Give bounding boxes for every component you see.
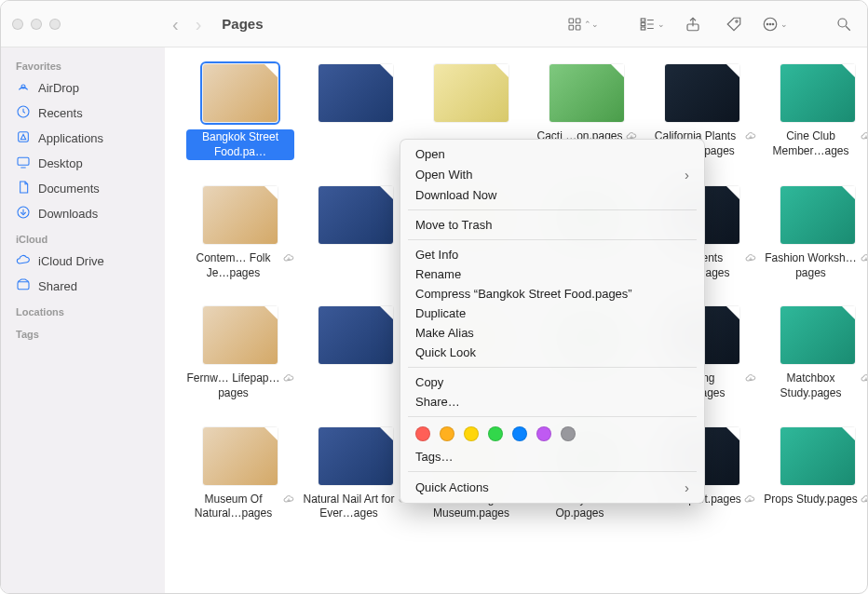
file-thumbnail	[780, 306, 855, 364]
file-thumbnail	[434, 64, 509, 122]
toolbar: ‹ › Pages ⌃⌄ ⌄ ⌄	[1, 1, 867, 47]
menu-item-make-alias[interactable]: Make Alias	[400, 323, 704, 343]
menu-separator	[408, 367, 697, 368]
sidebar-item-applications[interactable]: Applications	[1, 126, 165, 151]
sidebar-item-desktop[interactable]: Desktop	[1, 151, 165, 176]
menu-item-copy[interactable]: Copy	[400, 372, 704, 392]
file-label: Props Study.pages	[764, 493, 867, 507]
menu-item-label: Duplicate	[415, 306, 466, 320]
file-thumbnail	[665, 64, 739, 122]
nav-arrows: ‹ ›	[172, 15, 201, 34]
file-item[interactable]: Fernw… Lifepap…pages	[185, 306, 295, 400]
menu-item-rename[interactable]: Rename	[400, 264, 704, 284]
forward-button[interactable]: ›	[196, 15, 202, 34]
file-thumbnail	[780, 186, 855, 244]
file-item[interactable]: Natural Nail Art for Ever…ages	[301, 427, 411, 521]
file-label: Museum Of Natural…pages	[186, 493, 294, 521]
file-label: Cine Club Member…ages	[764, 129, 867, 158]
menu-item-label: Share…	[415, 395, 460, 409]
search-button[interactable]	[828, 11, 860, 37]
file-thumbnail	[203, 306, 278, 364]
file-thumbnail	[319, 306, 393, 364]
context-menu: OpenOpen WithDownload NowMove to TrashGe…	[400, 139, 705, 504]
menu-item-download-now[interactable]: Download Now	[400, 185, 704, 205]
svg-point-14	[769, 23, 771, 25]
more-button[interactable]: ⌄	[759, 11, 791, 37]
file-item[interactable]	[301, 186, 411, 280]
menu-item-move-to-trash[interactable]: Move to Trash	[400, 215, 704, 235]
menu-item-label: Open With	[415, 168, 472, 182]
sidebar-section-icloud: iCloud	[1, 226, 165, 249]
svg-rect-3	[576, 25, 580, 30]
svg-rect-6	[641, 27, 645, 30]
file-label: Fashion Worksh…pages	[764, 251, 867, 280]
tag-color[interactable]	[512, 426, 527, 441]
menu-item-open[interactable]: Open	[400, 144, 704, 164]
svg-point-16	[838, 19, 847, 27]
tags-button[interactable]	[718, 11, 750, 37]
menu-item-label: Open	[415, 147, 445, 161]
file-item[interactable]: Museum Of Natural…pages	[185, 427, 295, 521]
tag-color[interactable]	[561, 426, 576, 441]
menu-separator	[408, 209, 697, 210]
file-item[interactable]: Props Study.pages	[763, 427, 867, 521]
zoom-window[interactable]	[49, 19, 61, 30]
menu-item-quick-look[interactable]: Quick Look	[400, 343, 704, 362]
minimize-window[interactable]	[31, 19, 42, 30]
share-button[interactable]	[677, 11, 709, 37]
menu-item-open-with[interactable]: Open With	[400, 164, 704, 185]
sidebar-item-downloads[interactable]: Downloads	[1, 201, 165, 226]
file-item[interactable]: Cine Club Member…ages	[763, 64, 867, 160]
group-by-button[interactable]: ⌄	[636, 11, 668, 37]
tag-color[interactable]	[440, 426, 454, 441]
menu-item-label: Quick Actions	[415, 480, 489, 494]
desktop-icon	[16, 155, 31, 172]
menu-item-quick-actions[interactable]: Quick Actions	[400, 477, 704, 498]
file-item[interactable]: Fashion Worksh…pages	[763, 186, 867, 280]
sidebar-item-documents[interactable]: Documents	[1, 176, 165, 201]
documents-icon	[16, 180, 31, 197]
apps-icon	[16, 129, 31, 147]
file-thumbnail	[203, 427, 278, 485]
svg-point-15	[772, 23, 774, 25]
back-button[interactable]: ‹	[172, 15, 179, 34]
tag-color[interactable]	[415, 426, 430, 441]
sidebar-item-label: Desktop	[38, 156, 83, 170]
sidebar-item-icloud-drive[interactable]: iCloud Drive	[1, 249, 165, 274]
menu-item-label: Get Info	[415, 248, 458, 262]
file-grid-area: Bangkok Street Food.pa…Cacti …on.pagesCa…	[165, 47, 867, 593]
file-label: Fernw… Lifepap…pages	[186, 371, 294, 400]
sidebar-item-label: Shared	[38, 279, 77, 293]
menu-separator	[408, 239, 697, 240]
file-thumbnail	[780, 64, 855, 122]
tag-color[interactable]	[536, 426, 551, 441]
tag-color[interactable]	[488, 426, 503, 441]
view-icon-mode[interactable]: ⌃⌄	[567, 11, 599, 37]
file-label: Bangkok Street Food.pa…	[186, 129, 294, 160]
menu-item-duplicate[interactable]: Duplicate	[400, 304, 704, 323]
file-item[interactable]	[301, 306, 411, 400]
menu-item-share[interactable]: Share…	[400, 392, 704, 412]
file-thumbnail	[319, 64, 393, 122]
downloads-icon	[16, 205, 31, 223]
svg-rect-4	[641, 19, 645, 21]
file-item[interactable]: Matchbox Study.pages	[763, 306, 867, 400]
file-thumbnail	[319, 186, 393, 244]
close-window[interactable]	[12, 19, 23, 30]
file-thumbnail	[780, 427, 855, 485]
file-item[interactable]	[301, 64, 411, 160]
sidebar-item-label: Applications	[38, 131, 103, 145]
sidebar-item-airdrop[interactable]: AirDrop	[1, 75, 165, 101]
sidebar-item-shared[interactable]: Shared	[1, 274, 165, 299]
file-item[interactable]: Bangkok Street Food.pa…	[185, 64, 295, 160]
cloud-icon	[16, 252, 31, 270]
tag-color-row	[400, 422, 704, 447]
sidebar-item-recents[interactable]: Recents	[1, 101, 165, 126]
file-thumbnail	[203, 186, 278, 244]
menu-item-compress-bangkok-street-food-pages[interactable]: Compress “Bangkok Street Food.pages”	[400, 284, 704, 304]
menu-item-get-info[interactable]: Get Info	[400, 245, 704, 264]
sidebar-item-label: Documents	[38, 182, 100, 196]
tag-color[interactable]	[464, 426, 479, 441]
menu-item-tags[interactable]: Tags…	[400, 447, 704, 466]
file-item[interactable]: Contem… Folk Je…pages	[185, 186, 295, 280]
